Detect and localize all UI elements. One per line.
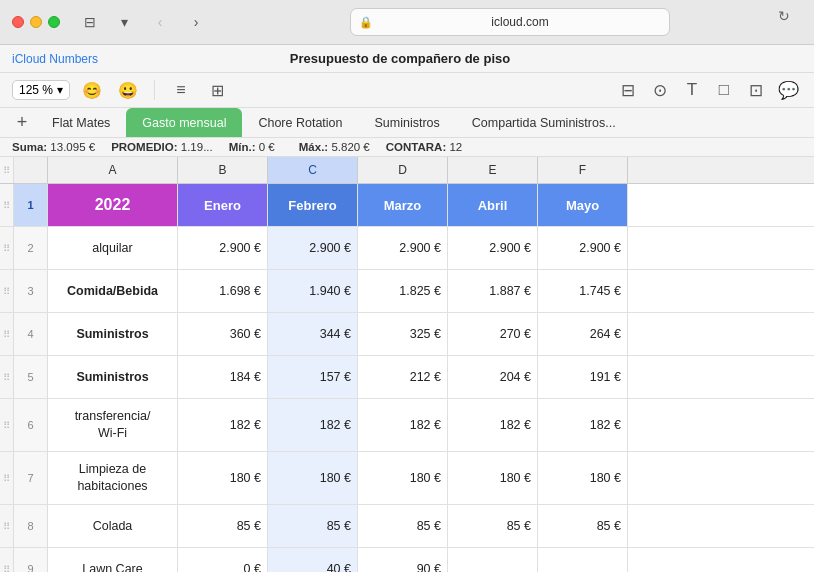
cell-9-b[interactable]: 0 €: [178, 548, 268, 572]
col-header-c[interactable]: C: [268, 157, 358, 183]
cell-6-f[interactable]: 182 €: [538, 399, 628, 451]
cell-6-b[interactable]: 182 €: [178, 399, 268, 451]
shape-icon[interactable]: □: [710, 77, 738, 103]
tab-compartida-suministros[interactable]: Compartida Suministros...: [456, 108, 632, 137]
cell-2-e[interactable]: 2.900 €: [448, 227, 538, 269]
cell-4-a[interactable]: Suministros: [48, 313, 178, 355]
drag-handle-7[interactable]: ⠿: [0, 452, 14, 504]
comment-icon[interactable]: 💬: [774, 77, 802, 103]
cell-2-f[interactable]: 2.900 €: [538, 227, 628, 269]
cell-7-e[interactable]: 180 €: [448, 452, 538, 504]
col-header-a[interactable]: A: [48, 157, 178, 183]
cell-8-d[interactable]: 85 €: [358, 505, 448, 547]
row-num-1[interactable]: 1: [14, 184, 48, 226]
tab-chore-rotation[interactable]: Chore Rotation: [242, 108, 358, 137]
cell-3-d[interactable]: 1.825 €: [358, 270, 448, 312]
sidebar-toggle-icon[interactable]: ⊟: [76, 10, 104, 34]
cell-5-a[interactable]: Suministros: [48, 356, 178, 398]
cell-8-c[interactable]: 85 €: [268, 505, 358, 547]
cell-6-d[interactable]: 182 €: [358, 399, 448, 451]
cell-6-c[interactable]: 182 €: [268, 399, 358, 451]
cell-4-d[interactable]: 325 €: [358, 313, 448, 355]
cell-8-b[interactable]: 85 €: [178, 505, 268, 547]
cell-4-b[interactable]: 360 €: [178, 313, 268, 355]
cell-8-e[interactable]: 85 €: [448, 505, 538, 547]
drag-handle-9[interactable]: ⠿: [0, 548, 14, 572]
cell-9-f[interactable]: [538, 548, 628, 572]
tab-gasto-mensual[interactable]: Gasto mensual: [126, 108, 242, 137]
cell-7-b[interactable]: 180 €: [178, 452, 268, 504]
cell-8-a[interactable]: Colada: [48, 505, 178, 547]
cell-1-b[interactable]: Enero: [178, 184, 268, 226]
cell-6-e[interactable]: 182 €: [448, 399, 538, 451]
cell-5-d[interactable]: 212 €: [358, 356, 448, 398]
cell-2-a[interactable]: alquilar: [48, 227, 178, 269]
chevron-down-icon[interactable]: ▾: [110, 10, 138, 34]
tab-suministros[interactable]: Suministros: [359, 108, 456, 137]
cell-8-f[interactable]: 85 €: [538, 505, 628, 547]
refresh-button[interactable]: ↻: [778, 8, 790, 24]
tab-flat-mates[interactable]: Flat Mates: [36, 108, 126, 137]
cell-9-e[interactable]: [448, 548, 538, 572]
drag-handle-2[interactable]: ⠿: [0, 227, 14, 269]
cell-1-d[interactable]: Marzo: [358, 184, 448, 226]
drag-handle-4[interactable]: ⠿: [0, 313, 14, 355]
cell-6-a[interactable]: transferencia/Wi-Fi: [48, 399, 178, 451]
cell-4-e[interactable]: 270 €: [448, 313, 538, 355]
cell-4-c[interactable]: 344 €: [268, 313, 358, 355]
row-num-7[interactable]: 7: [14, 452, 48, 504]
cell-5-f[interactable]: 191 €: [538, 356, 628, 398]
cell-3-a[interactable]: Comida/Bebida: [48, 270, 178, 312]
maximize-button[interactable]: [48, 16, 60, 28]
drag-handle-1[interactable]: ⠿: [0, 184, 14, 226]
col-header-f[interactable]: F: [538, 157, 628, 183]
back-button[interactable]: ‹: [146, 10, 174, 34]
cell-9-d[interactable]: 90 €: [358, 548, 448, 572]
cell-5-c[interactable]: 157 €: [268, 356, 358, 398]
row-num-6[interactable]: 6: [14, 399, 48, 451]
row-num-5[interactable]: 5: [14, 356, 48, 398]
drag-handle-8[interactable]: ⠿: [0, 505, 14, 547]
cell-1-e[interactable]: Abril: [448, 184, 538, 226]
cell-9-c[interactable]: 40 €: [268, 548, 358, 572]
cell-2-d[interactable]: 2.900 €: [358, 227, 448, 269]
cell-3-e[interactable]: 1.887 €: [448, 270, 538, 312]
row-num-9[interactable]: 9: [14, 548, 48, 572]
zoom-selector[interactable]: 125 % ▾: [12, 80, 70, 100]
cell-5-e[interactable]: 204 €: [448, 356, 538, 398]
row-num-3[interactable]: 3: [14, 270, 48, 312]
cell-1-c[interactable]: Febrero: [268, 184, 358, 226]
chart-icon[interactable]: ⊙: [646, 77, 674, 103]
cell-7-c[interactable]: 180 €: [268, 452, 358, 504]
cell-9-a[interactable]: Lawn Care: [48, 548, 178, 572]
image-icon[interactable]: ⊡: [742, 77, 770, 103]
drag-handle-5[interactable]: ⠿: [0, 356, 14, 398]
cell-3-c[interactable]: 1.940 €: [268, 270, 358, 312]
table-icon[interactable]: ⊟: [614, 77, 642, 103]
close-button[interactable]: [12, 16, 24, 28]
cell-7-a[interactable]: Limpieza dehabitaciones: [48, 452, 178, 504]
cell-1-a[interactable]: 2022: [48, 184, 178, 226]
list-icon[interactable]: ≡: [167, 77, 195, 103]
emoji-button[interactable]: 😊: [78, 77, 106, 103]
emoji2-button[interactable]: 😀: [114, 77, 142, 103]
forward-button[interactable]: ›: [182, 10, 210, 34]
col-header-d[interactable]: D: [358, 157, 448, 183]
row-num-2[interactable]: 2: [14, 227, 48, 269]
col-header-e[interactable]: E: [448, 157, 538, 183]
cell-2-b[interactable]: 2.900 €: [178, 227, 268, 269]
minimize-button[interactable]: [30, 16, 42, 28]
row-num-4[interactable]: 4: [14, 313, 48, 355]
cell-7-f[interactable]: 180 €: [538, 452, 628, 504]
add-tab-button[interactable]: +: [8, 108, 36, 137]
cell-1-f[interactable]: Mayo: [538, 184, 628, 226]
cell-5-b[interactable]: 184 €: [178, 356, 268, 398]
address-bar[interactable]: 🔒 icloud.com: [350, 8, 670, 36]
grid-icon[interactable]: ⊞: [203, 77, 231, 103]
cell-4-f[interactable]: 264 €: [538, 313, 628, 355]
text-box-icon[interactable]: T: [678, 77, 706, 103]
row-num-8[interactable]: 8: [14, 505, 48, 547]
drag-handle-6[interactable]: ⠿: [0, 399, 14, 451]
col-header-b[interactable]: B: [178, 157, 268, 183]
cell-3-b[interactable]: 1.698 €: [178, 270, 268, 312]
